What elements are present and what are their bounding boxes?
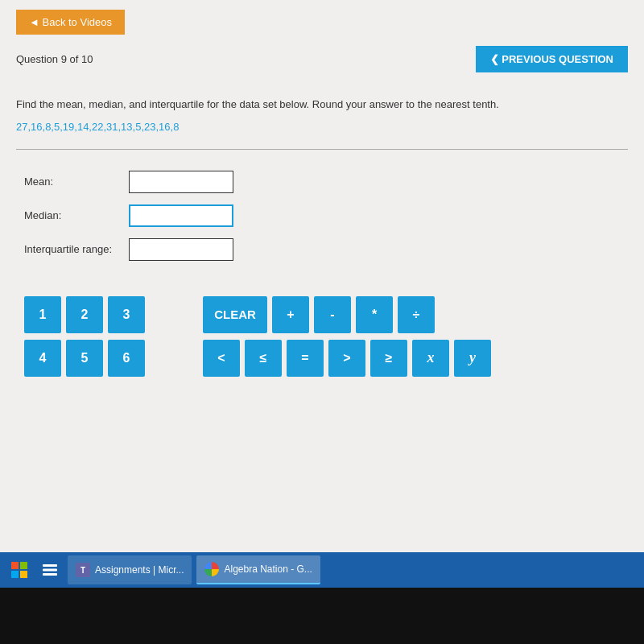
main-content: ◄ Back to Videos Question 9 of 10 ❮ PREV…	[0, 0, 644, 552]
key-lt[interactable]: <	[203, 340, 240, 377]
key-lte[interactable]: ≤	[245, 340, 282, 377]
chrome-logo	[204, 562, 219, 576]
clear-button[interactable]: CLEAR	[203, 296, 267, 333]
start-button[interactable]	[6, 557, 32, 583]
iqr-label: Interquartile range:	[24, 243, 129, 255]
svg-rect-4	[43, 564, 57, 567]
mean-row: Mean:	[24, 171, 628, 193]
question-text: Find the mean, median, and interquartile…	[16, 97, 628, 113]
teams-app-label: Assignments | Micr...	[95, 564, 184, 576]
fields-section: Mean: Median: Interquartile range:	[16, 163, 628, 280]
median-input[interactable]	[129, 204, 233, 227]
key-4[interactable]: 4	[24, 340, 61, 377]
data-set: 27,16,8,5,19,14,22,31,13,5,23,16,8	[16, 121, 628, 133]
divider	[16, 149, 628, 150]
keypad-section: 1 2 3 CLEAR + - * ÷ 4 5 6 < ≤ = > ≥ x y	[16, 296, 628, 377]
keypad-row-2: 4 5 6 < ≤ = > ≥ x y	[24, 340, 620, 377]
key-gt[interactable]: >	[328, 340, 365, 377]
taskbar: T Assignments | Micr... Algebra Nation -…	[0, 552, 644, 588]
header-row: Question 9 of 10 ❮ PREVIOUS QUESTION	[16, 46, 628, 72]
median-row: Median:	[24, 204, 628, 227]
svg-rect-0	[11, 562, 19, 569]
svg-rect-1	[20, 562, 27, 569]
previous-question-button[interactable]: ❮ PREVIOUS QUESTION	[476, 46, 628, 72]
key-3[interactable]: 3	[108, 296, 145, 333]
svg-rect-3	[20, 571, 27, 578]
key-multiply[interactable]: *	[356, 296, 393, 333]
key-plus[interactable]: +	[272, 296, 309, 333]
key-1[interactable]: 1	[24, 296, 61, 333]
key-2[interactable]: 2	[66, 296, 103, 333]
key-x[interactable]: x	[412, 340, 449, 377]
key-eq[interactable]: =	[287, 340, 324, 377]
svg-rect-2	[11, 571, 19, 578]
question-number: Question 9 of 10	[16, 53, 93, 65]
teams-logo: T	[76, 563, 90, 577]
key-divide[interactable]: ÷	[398, 296, 435, 333]
key-5[interactable]: 5	[66, 340, 103, 377]
key-minus[interactable]: -	[314, 296, 351, 333]
median-label: Median:	[24, 209, 129, 221]
keypad-row-1: 1 2 3 CLEAR + - * ÷	[24, 296, 620, 333]
key-gte[interactable]: ≥	[370, 340, 407, 377]
iqr-input[interactable]	[129, 238, 233, 261]
iqr-row: Interquartile range:	[24, 238, 628, 261]
mean-label: Mean:	[24, 175, 129, 188]
bottom-black-area	[0, 588, 644, 644]
svg-rect-5	[43, 569, 57, 572]
search-icon[interactable]	[37, 557, 63, 583]
chrome-app[interactable]: Algebra Nation - G...	[196, 555, 320, 584]
mean-input[interactable]	[129, 171, 233, 193]
back-button[interactable]: ◄ Back to Videos	[16, 10, 125, 35]
svg-rect-6	[43, 573, 57, 576]
key-6[interactable]: 6	[108, 340, 145, 377]
key-y[interactable]: y	[454, 340, 491, 377]
teams-app[interactable]: T Assignments | Micr...	[68, 555, 192, 584]
chrome-app-label: Algebra Nation - G...	[224, 564, 312, 575]
